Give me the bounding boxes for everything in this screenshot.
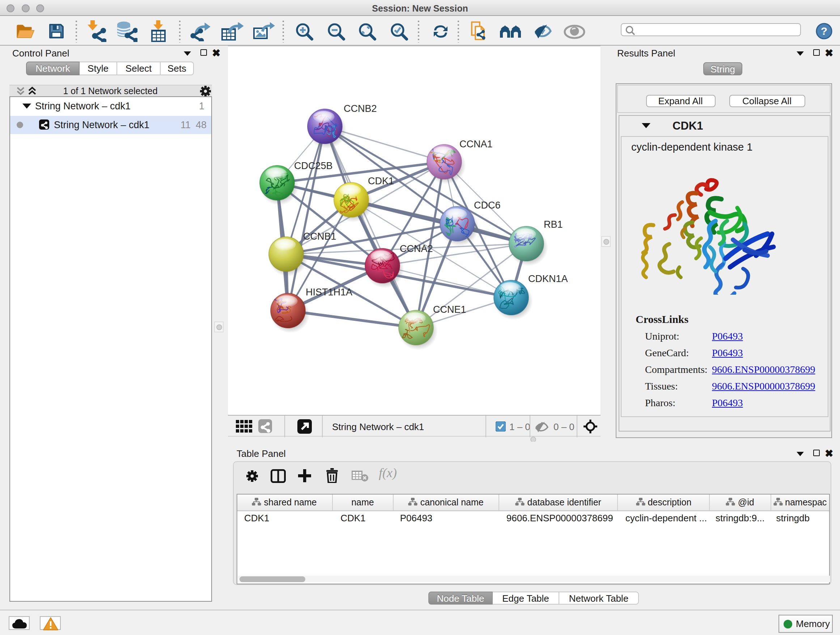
svg-text:CCNA2: CCNA2 bbox=[400, 243, 433, 254]
svg-text:RB1: RB1 bbox=[544, 219, 563, 230]
svg-text:CDK1: CDK1 bbox=[368, 176, 394, 187]
svg-text:HIST1H1A: HIST1H1A bbox=[306, 287, 352, 298]
svg-text:CDKN1A: CDKN1A bbox=[528, 273, 568, 284]
svg-text:CDC25B: CDC25B bbox=[294, 160, 333, 171]
svg-text:CDC6: CDC6 bbox=[474, 200, 501, 211]
svg-text:CCNB2: CCNB2 bbox=[344, 103, 377, 114]
svg-text:CCNB1: CCNB1 bbox=[303, 231, 336, 242]
svg-text:CCNA1: CCNA1 bbox=[459, 139, 493, 149]
svg-text:?: ? bbox=[821, 25, 827, 37]
svg-text:CCNE1: CCNE1 bbox=[433, 304, 466, 315]
